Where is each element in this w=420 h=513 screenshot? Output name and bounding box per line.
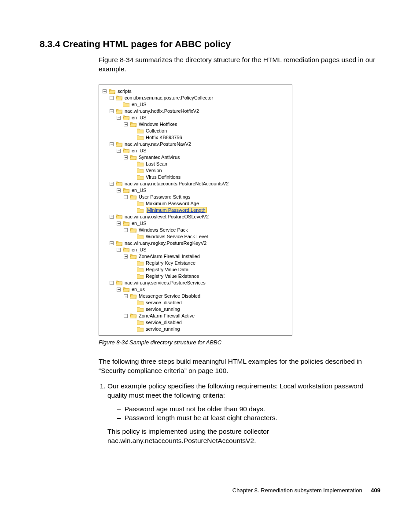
- collapse-icon[interactable]: [117, 221, 121, 225]
- folder-open-icon: [116, 181, 122, 186]
- folder-icon: [137, 234, 144, 239]
- folder-icon: [137, 300, 144, 305]
- collapse-icon[interactable]: [117, 288, 121, 292]
- tree-node-scripts[interactable]: scripts: [103, 88, 289, 95]
- tree-node-en-us[interactable]: en_US: [117, 114, 289, 121]
- tree-node-netaccounts[interactable]: nac.win.any.netaccounts.PostureNetAccoun…: [110, 181, 289, 187]
- collapse-icon[interactable]: [124, 122, 128, 126]
- folder-open-icon: [130, 227, 136, 233]
- folder-icon: [137, 306, 144, 312]
- tree-node-hotfix-kb[interactable]: Hotfix KB893756: [131, 134, 289, 141]
- tree-node-en-us[interactable]: en_US: [117, 247, 289, 253]
- tree-node-en-us[interactable]: en_US: [117, 148, 289, 154]
- collapse-icon[interactable]: [124, 195, 128, 199]
- footer-page-number: 409: [371, 487, 380, 494]
- tree-node-reg-val-ex[interactable]: Registry Value Existance: [131, 273, 289, 280]
- folder-open-icon: [123, 115, 129, 120]
- folder-icon: [137, 273, 144, 279]
- figure-caption: Figure 8-34 Sample directory structure f…: [99, 339, 380, 346]
- tree-node-en-us[interactable]: en_US: [117, 101, 289, 108]
- collapse-icon[interactable]: [110, 241, 114, 245]
- tree-node-za-active[interactable]: ZoneAlarm Firewall Active: [124, 313, 289, 319]
- folder-icon: [137, 161, 144, 166]
- collapse-icon[interactable]: [124, 294, 128, 298]
- tree-node-services[interactable]: nac.win.any.services.PostureServices: [110, 280, 289, 286]
- tree-node-symantec[interactable]: Symantec Antivirus: [124, 154, 289, 161]
- collapse-icon[interactable]: [110, 182, 114, 186]
- tree-node-en-us[interactable]: en_US: [117, 220, 289, 227]
- collapse-icon[interactable]: [124, 228, 128, 232]
- collapse-icon[interactable]: [103, 89, 107, 93]
- collapse-icon[interactable]: [110, 142, 114, 146]
- tree-node-en-us[interactable]: en_US: [117, 187, 289, 194]
- tree-node-collection[interactable]: Collection: [131, 128, 289, 134]
- intro-paragraph: Figure 8-34 summarizes the directory str…: [99, 55, 380, 74]
- figure-directory-tree: scripts com.ibm.scm.nac.posture.PolicyCo…: [99, 85, 292, 336]
- step-1-note: This policy is implemented using the pos…: [107, 427, 380, 446]
- folder-open-icon: [130, 122, 136, 127]
- folder-icon: [137, 320, 144, 325]
- tree-node-user-pw[interactable]: User Password Settings: [124, 194, 289, 200]
- tree-node-nav[interactable]: nac.win.any.nav.PostureNavV2: [110, 141, 289, 148]
- tree-node-reg-val-data[interactable]: Registry Value Data: [131, 266, 289, 273]
- tree-node-regkey[interactable]: nac.win.any.regkey.PostureRegKeyV2: [110, 240, 289, 247]
- section-heading: 8.3.4 Creating HTML pages for ABBC polic…: [40, 39, 380, 49]
- folder-open-icon: [123, 247, 129, 252]
- footer-chapter: Chapter 8. Remediation subsystem impleme…: [232, 487, 362, 494]
- tree-node-svc-disabled[interactable]: service_disabled: [131, 299, 289, 306]
- tree-node-svc-running[interactable]: service_running: [131, 306, 289, 313]
- tree-node-svc-running[interactable]: service_running: [131, 326, 289, 332]
- folder-open-icon: [130, 155, 136, 160]
- folder-open-icon: [116, 280, 122, 285]
- tree-node-win-sp[interactable]: Windows Service Pack: [124, 227, 289, 233]
- folder-open-icon: [116, 108, 122, 114]
- folder-icon: [137, 207, 144, 213]
- folder-icon: [137, 135, 144, 140]
- folder-icon: [137, 201, 144, 206]
- tree-node-policycollector[interactable]: com.ibm.scm.nac.posture.PolicyCollector: [110, 95, 289, 101]
- collapse-icon[interactable]: [110, 215, 114, 219]
- folder-icon: [137, 174, 144, 180]
- collapse-icon[interactable]: [124, 314, 128, 318]
- folder-open-icon: [130, 254, 136, 259]
- folder-icon: [137, 260, 144, 266]
- folder-open-icon: [109, 89, 115, 94]
- folder-open-icon: [130, 194, 136, 199]
- collapse-icon[interactable]: [117, 188, 121, 192]
- tree-node-svc-disabled[interactable]: service_disabled: [131, 319, 289, 326]
- tree-node-oslevel[interactable]: nac.win.any.oslevel.PostureOSLevelV2: [110, 214, 289, 220]
- folder-open-icon: [116, 95, 122, 100]
- folder-open-icon: [130, 313, 136, 318]
- folder-open-icon: [123, 287, 129, 292]
- folder-open-icon: [116, 214, 122, 219]
- tree-node-last-scan[interactable]: Last Scan: [131, 161, 289, 167]
- folder-icon: [137, 267, 144, 272]
- folder-open-icon: [123, 188, 129, 193]
- tree-node-version[interactable]: Version: [131, 167, 289, 174]
- tree-node-en-us-lc[interactable]: en_us: [117, 286, 289, 293]
- collapse-icon[interactable]: [117, 149, 121, 153]
- bullet-pw-length: –Password length must be at least eight …: [117, 413, 380, 423]
- collapse-icon[interactable]: [117, 116, 121, 120]
- tree-node-windows-hotfixes[interactable]: Windows Hotfixes: [124, 121, 289, 128]
- folder-open-icon: [130, 293, 136, 299]
- tree-node-msg-disabled[interactable]: Messenger Service Disabled: [124, 293, 289, 299]
- collapse-icon[interactable]: [110, 109, 114, 113]
- folder-open-icon: [123, 221, 129, 226]
- collapse-icon[interactable]: [124, 155, 128, 159]
- tree-node-max-pw-age[interactable]: Maximum Password Age: [131, 200, 289, 207]
- step-1: Our example policy specifies the followi…: [107, 382, 380, 446]
- tree-node-reg-key-ex[interactable]: Registry Key Existance: [131, 260, 289, 266]
- tree-node-hotfix[interactable]: nac.win.any.hotfix.PostureHotfixV2: [110, 108, 289, 114]
- tree-node-virus-def[interactable]: Virus Definitions: [131, 174, 289, 181]
- collapse-icon[interactable]: [110, 281, 114, 285]
- paragraph-steps-intro: The following three steps build meaningf…: [99, 357, 380, 376]
- collapse-icon[interactable]: [110, 96, 114, 100]
- tree-node-win-sp-level[interactable]: Windows Service Pack Level: [131, 233, 289, 240]
- tree-node-za-installed[interactable]: ZoneAlarm Firewall Installed: [124, 253, 289, 260]
- collapse-icon[interactable]: [124, 255, 128, 258]
- folder-open-icon: [123, 148, 129, 153]
- collapse-icon[interactable]: [117, 248, 121, 252]
- tree-node-min-pw-len[interactable]: Minimum Password Length: [131, 207, 289, 214]
- bullet-pw-age: –Password age must not be older than 90 …: [117, 405, 380, 414]
